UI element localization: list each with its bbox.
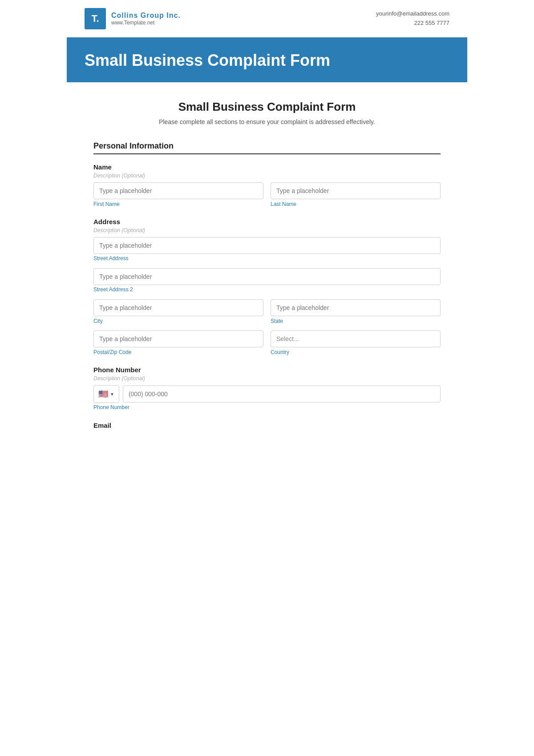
company-website: www.Template.net <box>111 20 181 26</box>
banner-title: Small Business Complaint Form <box>85 51 449 70</box>
header-contact: yourinfo@emailaddress.com 222 555 7777 <box>376 9 449 28</box>
last-name-label: Last Name <box>271 201 441 207</box>
section-personal-info: Personal Information Name Description (O… <box>93 141 441 429</box>
country-label: Country <box>271 349 441 355</box>
logo-icon: T. <box>85 8 106 29</box>
street2-input[interactable] <box>93 268 441 285</box>
phone-input[interactable] <box>123 386 441 402</box>
country-col: Select... Country <box>271 330 441 355</box>
last-name-input[interactable] <box>271 182 441 199</box>
street2-row: Street Address 2 <box>93 268 441 293</box>
phone-label: Phone Number <box>93 366 441 374</box>
company-name: Collins Group Inc. <box>111 12 181 20</box>
contact-email: yourinfo@emailaddress.com <box>376 9 449 19</box>
main-content: Small Business Complaint Form Please com… <box>67 82 467 463</box>
zip-label: Postal/Zip Code <box>93 349 263 355</box>
flag-icon: 🇺🇸 <box>98 389 108 399</box>
name-description: Description (Optional) <box>93 173 441 179</box>
first-name-col: First Name <box>93 182 263 207</box>
phone-description: Description (Optional) <box>93 375 441 382</box>
chevron-down-icon: ▼ <box>110 392 114 397</box>
zip-input[interactable] <box>93 330 263 347</box>
city-label: City <box>93 318 263 324</box>
field-group-phone: Phone Number Description (Optional) 🇺🇸 ▼… <box>93 366 441 411</box>
logo-text: Collins Group Inc. www.Template.net <box>111 12 181 26</box>
contact-phone: 222 555 7777 <box>376 19 449 28</box>
city-col: City <box>93 299 263 324</box>
page-header: T. Collins Group Inc. www.Template.net y… <box>67 0 467 39</box>
form-subtitle: Please complete all sections to ensure y… <box>93 118 441 125</box>
first-name-input[interactable] <box>93 182 263 199</box>
city-state-row: City State <box>93 299 441 324</box>
field-group-name: Name Description (Optional) First Name L… <box>93 163 441 207</box>
street2-label: Street Address 2 <box>93 286 133 293</box>
field-group-address: Address Description (Optional) Street Ad… <box>93 218 441 355</box>
state-label: State <box>271 318 441 324</box>
state-col: State <box>271 299 441 324</box>
section-heading-personal: Personal Information <box>93 141 441 154</box>
street1-label: Street Address <box>93 255 129 261</box>
phone-row: 🇺🇸 ▼ <box>93 385 441 403</box>
zip-country-row: Postal/Zip Code Select... Country <box>93 330 441 355</box>
phone-sublabel: Phone Number <box>93 404 129 410</box>
logo-letter: T. <box>91 13 99 24</box>
form-title: Small Business Complaint Form <box>93 100 441 114</box>
country-select[interactable]: Select... <box>271 330 441 347</box>
state-input[interactable] <box>271 299 441 316</box>
email-label: Email <box>93 422 441 429</box>
address-description: Description (Optional) <box>93 227 441 233</box>
logo-area: T. Collins Group Inc. www.Template.net <box>85 8 181 29</box>
street1-row: Street Address <box>93 237 441 262</box>
field-group-email: Email <box>93 422 441 429</box>
zip-col: Postal/Zip Code <box>93 330 263 355</box>
last-name-col: Last Name <box>271 182 441 207</box>
title-banner: Small Business Complaint Form <box>67 39 467 82</box>
city-input[interactable] <box>93 299 263 316</box>
street1-input[interactable] <box>93 237 441 254</box>
address-label: Address <box>93 218 441 225</box>
phone-country-selector[interactable]: 🇺🇸 ▼ <box>93 385 119 403</box>
name-row: First Name Last Name <box>93 182 441 207</box>
first-name-label: First Name <box>93 201 263 207</box>
name-label: Name <box>93 163 441 171</box>
